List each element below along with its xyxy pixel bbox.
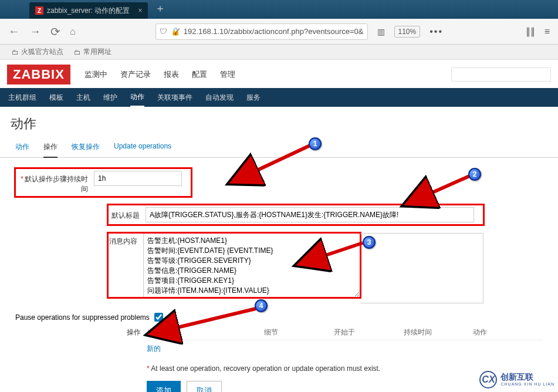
watermark-text: 创新互联 xyxy=(500,373,554,381)
nav-configuration[interactable]: 配置 xyxy=(192,69,207,80)
label-subject: 默认标题 xyxy=(111,211,140,219)
label-ops: 操作 xyxy=(15,327,147,337)
form-area: *默认操作步骤持续时间 默认标题 消息内容 Pause operations f… xyxy=(0,158,558,392)
watermark: CX 创新互联 CHUANG XIN HU LIAN xyxy=(479,371,554,388)
subnav-discovery[interactable]: 自动发现 xyxy=(205,93,234,103)
url-text: 192.168.1.10/zabbix/actionconf.php?event… xyxy=(184,27,364,36)
bookmark-firefox-official[interactable]: 🗀火狐官方站点 xyxy=(12,47,63,57)
subnav-hosts[interactable]: 主机 xyxy=(76,93,90,103)
form-tabs: 动作 操作 恢复操作 Update operations xyxy=(0,137,558,158)
ops-col-details: 细节 xyxy=(264,327,334,337)
pause-checkbox[interactable] xyxy=(154,313,163,322)
annotation-bubble-2: 2 xyxy=(468,168,481,181)
tab-action[interactable]: 动作 xyxy=(15,137,29,157)
new-op-link[interactable]: 新的 xyxy=(147,340,161,354)
tab-recovery[interactable]: 恢复操作 xyxy=(72,137,100,157)
close-icon[interactable]: × xyxy=(138,6,142,15)
ops-table: 步骤 细节 开始于 持续时间 动作 新的 xyxy=(147,327,543,354)
menu-icon[interactable]: ≡ xyxy=(545,26,550,37)
subnav-templates[interactable]: 模板 xyxy=(49,93,63,103)
zabbix-logo[interactable]: ZABBIX xyxy=(7,65,70,85)
top-menu: 监测中 资产记录 报表 配置 管理 xyxy=(84,69,235,80)
annotation-bubble-3: 3 xyxy=(363,236,376,249)
label-duration: 默认操作步骤持续时间 xyxy=(25,175,88,193)
page-actions-icon[interactable]: ••• xyxy=(430,26,443,37)
sub-nav: 主机群组 模板 主机 维护 动作 关联项事件 自动发现 服务 xyxy=(0,88,558,107)
subnav-correlation[interactable]: 关联项事件 xyxy=(157,93,192,103)
shield-icon: 🛡 xyxy=(160,27,167,36)
subnav-services[interactable]: 服务 xyxy=(246,93,261,103)
ops-col-action: 动作 xyxy=(473,327,543,337)
search-input[interactable] xyxy=(451,67,551,82)
home-icon[interactable]: ⌂ xyxy=(70,26,76,37)
subject-input[interactable] xyxy=(146,207,474,222)
duration-input[interactable] xyxy=(94,171,182,186)
zabbix-header: ZABBIX 监测中 资产记录 报表 配置 管理 xyxy=(0,60,558,85)
url-bar[interactable]: 🛡 🔒̸ 192.168.1.10/zabbix/actionconf.php?… xyxy=(155,23,368,40)
message-textarea[interactable] xyxy=(143,233,360,298)
tab-title: zabbix_server: 动作的配置 xyxy=(47,6,130,16)
nav-administration[interactable]: 管理 xyxy=(220,69,235,80)
ops-col-steps: 步骤 xyxy=(147,327,264,337)
bookmark-common-urls[interactable]: 🗀常用网址 xyxy=(74,47,111,57)
subnav-maintenance[interactable]: 维护 xyxy=(103,93,117,103)
back-icon[interactable]: ← xyxy=(8,25,20,38)
tab-favicon: Z xyxy=(35,6,43,15)
annotation-bubble-1: 1 xyxy=(309,137,322,150)
reload-icon[interactable]: ⟳ xyxy=(50,25,60,39)
folder-icon: 🗀 xyxy=(12,48,19,56)
page-title: 动作 xyxy=(0,107,558,137)
nav-monitoring[interactable]: 监测中 xyxy=(84,69,107,80)
add-button[interactable]: 添加 xyxy=(147,381,181,392)
library-icon[interactable]: ∥∥ xyxy=(526,26,535,37)
tab-update-ops[interactable]: Update operations xyxy=(114,137,171,157)
browser-tab[interactable]: Z zabbix_server: 动作的配置 × xyxy=(29,2,148,19)
subnav-hostgroups[interactable]: 主机群组 xyxy=(8,93,36,103)
insecure-icon: 🔒̸ xyxy=(171,27,180,36)
browser-tab-bar: Z zabbix_server: 动作的配置 × ＋ xyxy=(0,0,558,19)
bookmarks-bar: 🗀火狐官方站点 🗀常用网址 xyxy=(0,45,558,60)
nav-reports[interactable]: 报表 xyxy=(164,69,179,80)
subnav-actions[interactable]: 动作 xyxy=(130,92,144,107)
watermark-logo: CX xyxy=(479,371,497,388)
ops-col-duration: 持续时间 xyxy=(404,327,474,337)
annotation-bubble-4: 4 xyxy=(255,299,268,312)
tab-operations[interactable]: 操作 xyxy=(43,137,58,158)
forward-icon[interactable]: → xyxy=(29,25,41,38)
reader-icon[interactable]: ▥ xyxy=(377,27,385,36)
folder-icon: 🗀 xyxy=(74,48,81,56)
watermark-pinyin: CHUANG XIN HU LIAN xyxy=(500,382,554,387)
label-pause: Pause operations for suppressed problems xyxy=(15,313,150,322)
zabbix-page: ZABBIX 监测中 资产记录 报表 配置 管理 主机群组 模板 主机 维护 动… xyxy=(0,60,558,392)
search-box xyxy=(451,67,551,82)
label-message: 消息内容 xyxy=(109,237,137,245)
cancel-button[interactable]: 取消 xyxy=(187,381,222,392)
ops-col-start: 开始于 xyxy=(334,327,404,337)
nav-inventory[interactable]: 资产记录 xyxy=(120,69,151,80)
zoom-badge[interactable]: 110% xyxy=(394,26,421,38)
pause-row: Pause operations for suppressed problems xyxy=(15,312,543,327)
new-tab-button[interactable]: ＋ xyxy=(155,1,165,15)
browser-toolbar: ← → ⟳ ⌂ 🛡 🔒̸ 192.168.1.10/zabbix/actionc… xyxy=(0,19,558,45)
